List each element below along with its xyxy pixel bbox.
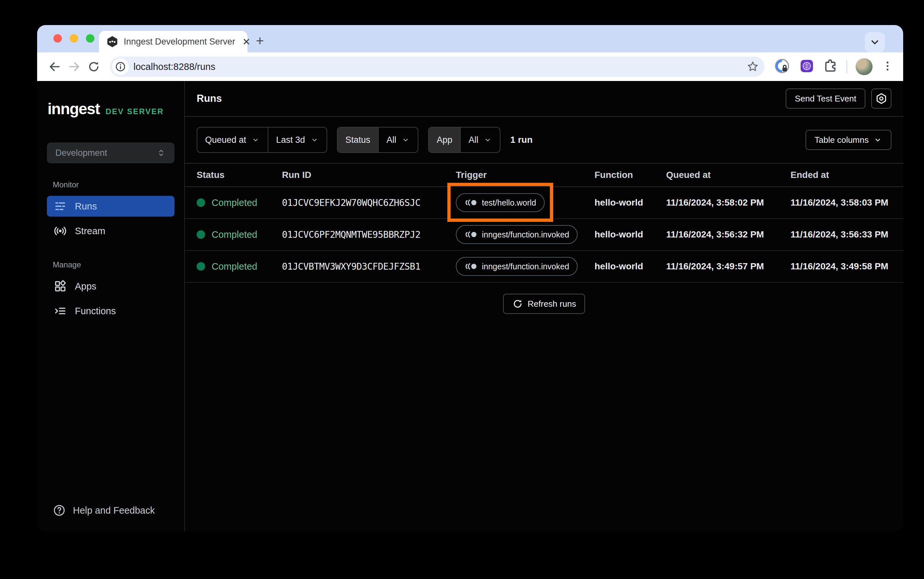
tab-title: Inngest Development Server bbox=[124, 37, 235, 47]
help-and-feedback[interactable]: Help and Feedback bbox=[53, 504, 174, 517]
column-queued-at: Queued at bbox=[666, 170, 791, 180]
close-window-button[interactable] bbox=[53, 34, 62, 43]
run-id: 01JCVC9EFKJ2W70WQHC6ZH6SJC bbox=[282, 198, 456, 208]
sidebar-item-label: Runs bbox=[75, 201, 97, 212]
run-status: Completed bbox=[212, 198, 257, 208]
trigger-badge[interactable]: inngest/function.invoked bbox=[456, 225, 578, 244]
status-dot-icon bbox=[197, 230, 205, 239]
column-status: Status bbox=[197, 170, 282, 180]
sidebar-item-apps[interactable]: Apps bbox=[47, 276, 174, 297]
trigger-badge[interactable]: inngest/function.invoked bbox=[456, 257, 578, 276]
profile-avatar[interactable] bbox=[856, 58, 873, 75]
browser-window: Inngest Development Server ✕ + localhost… bbox=[37, 25, 903, 531]
sidebar-item-label: Stream bbox=[75, 226, 105, 237]
minimize-window-button[interactable] bbox=[70, 34, 78, 43]
star-icon bbox=[747, 61, 759, 73]
info-icon bbox=[115, 61, 126, 72]
run-status: Completed bbox=[212, 261, 257, 272]
app-filter-group: App All bbox=[428, 127, 501, 153]
trigger-name: inngest/function.invoked bbox=[482, 230, 569, 239]
chevron-down-icon bbox=[401, 136, 410, 144]
browser-tab-strip: Inngest Development Server ✕ + bbox=[37, 25, 903, 52]
queued-at-time: 11/16/2024, 3:58:02 PM bbox=[666, 198, 791, 208]
extensions-puzzle-icon[interactable] bbox=[823, 59, 838, 75]
trigger-badge[interactable]: test/hello.world bbox=[456, 193, 545, 212]
sidebar: inngest DEV SERVER Development Monitor R… bbox=[37, 81, 185, 531]
url-bar[interactable]: localhost:8288/runs bbox=[110, 57, 765, 77]
run-status: Completed bbox=[212, 229, 257, 240]
function-name: hello-world bbox=[594, 198, 666, 208]
status-filter-group: Status All bbox=[337, 127, 419, 153]
time-range-value: Last 3d bbox=[276, 135, 305, 145]
time-range-dropdown[interactable]: Last 3d bbox=[268, 128, 327, 152]
new-tab-button[interactable]: + bbox=[256, 34, 264, 48]
apps-icon bbox=[53, 280, 67, 293]
forward-button[interactable] bbox=[66, 58, 83, 75]
event-icon bbox=[464, 230, 477, 239]
settings-button[interactable] bbox=[871, 88, 891, 109]
tab-close-icon[interactable]: ✕ bbox=[240, 36, 252, 47]
sidebar-item-functions[interactable]: Functions bbox=[47, 301, 174, 321]
environment-selector[interactable]: Development bbox=[47, 142, 174, 163]
table-columns-label: Table columns bbox=[815, 135, 869, 145]
trigger-name: test/hello.world bbox=[482, 198, 536, 208]
sidebar-item-label: Functions bbox=[75, 306, 116, 317]
toolbar-extensions bbox=[767, 57, 894, 76]
inngest-favicon-icon bbox=[106, 36, 118, 48]
table-row[interactable]: Completed 01JCVC9EFKJ2W70WQHC6ZH6SJC tes… bbox=[185, 187, 903, 219]
event-icon bbox=[464, 198, 477, 207]
maximize-window-button[interactable] bbox=[86, 34, 94, 43]
refresh-runs-button[interactable]: Refresh runs bbox=[503, 294, 585, 314]
app-filter-value: All bbox=[468, 135, 478, 145]
reload-button[interactable] bbox=[85, 58, 102, 75]
table-row[interactable]: Completed 01JCVBTMV3WXY9D3CFDEJFZSB1 inn… bbox=[185, 251, 903, 283]
event-icon bbox=[464, 262, 477, 271]
browser-extension-icon[interactable] bbox=[799, 58, 815, 75]
dev-server-badge: DEV SERVER bbox=[105, 107, 164, 116]
queued-at-label: Queued at bbox=[205, 135, 246, 145]
browser-menu-button[interactable] bbox=[881, 59, 894, 74]
sidebar-section-monitor: Monitor bbox=[53, 180, 174, 189]
column-trigger: Trigger bbox=[456, 170, 594, 180]
refresh-runs-label: Refresh runs bbox=[528, 299, 576, 309]
chevron-down-icon bbox=[251, 136, 260, 144]
tab-search-button[interactable] bbox=[865, 32, 885, 52]
chevron-down-icon bbox=[310, 136, 319, 144]
send-test-event-button[interactable]: Send Test Event bbox=[786, 88, 865, 109]
status-dot-icon bbox=[197, 198, 205, 207]
app-content: inngest DEV SERVER Development Monitor R… bbox=[37, 81, 903, 531]
stream-icon bbox=[53, 224, 67, 238]
run-id: 01JCVBTMV3WXY9D3CFDEJFZSB1 bbox=[282, 261, 456, 272]
bookmark-button[interactable] bbox=[744, 58, 761, 75]
app-filter-dropdown[interactable]: All bbox=[460, 128, 500, 152]
browser-tab[interactable]: Inngest Development Server ✕ bbox=[99, 31, 248, 52]
table-row[interactable]: Completed 01JCVC6PF2MQNMTWE95BBRZPJ2 inn… bbox=[185, 219, 903, 251]
ended-at-time: 11/16/2024, 3:58:03 PM bbox=[791, 198, 891, 208]
send-test-event-label: Send Test Event bbox=[795, 94, 856, 104]
up-down-chevron-icon bbox=[156, 148, 166, 158]
table-header: Status Run ID Trigger Function Queued at… bbox=[185, 164, 903, 187]
status-filter-value: All bbox=[386, 135, 396, 145]
settings-hexagon-icon bbox=[875, 92, 888, 105]
queued-at-dropdown[interactable]: Queued at bbox=[197, 128, 268, 152]
sidebar-item-stream[interactable]: Stream bbox=[47, 221, 174, 241]
function-name: hello-world bbox=[594, 229, 666, 240]
run-count: 1 run bbox=[510, 135, 532, 145]
main-header: Runs Send Test Event bbox=[185, 81, 903, 117]
inngest-logo: inngest bbox=[48, 100, 100, 118]
back-button[interactable] bbox=[46, 58, 63, 75]
filter-bar: Queued at Last 3d Status All bbox=[185, 117, 903, 164]
table-body: Completed 01JCVC9EFKJ2W70WQHC6ZH6SJC tes… bbox=[185, 187, 903, 283]
queued-at-time: 11/16/2024, 3:56:32 PM bbox=[666, 229, 791, 240]
password-manager-extension-icon[interactable] bbox=[774, 57, 791, 76]
sidebar-item-runs[interactable]: Runs bbox=[47, 196, 174, 217]
status-filter-dropdown[interactable]: All bbox=[378, 128, 418, 152]
app-filter-label: App bbox=[429, 128, 460, 152]
help-label: Help and Feedback bbox=[73, 505, 155, 516]
table-columns-button[interactable]: Table columns bbox=[806, 130, 891, 150]
run-id: 01JCVC6PF2MQNMTWE95BBRZPJ2 bbox=[282, 229, 456, 240]
refresh-icon bbox=[512, 298, 523, 309]
time-filter-group: Queued at Last 3d bbox=[197, 127, 327, 153]
main-panel: Runs Send Test Event Queued at bbox=[185, 81, 903, 531]
site-info-button[interactable] bbox=[112, 58, 129, 75]
